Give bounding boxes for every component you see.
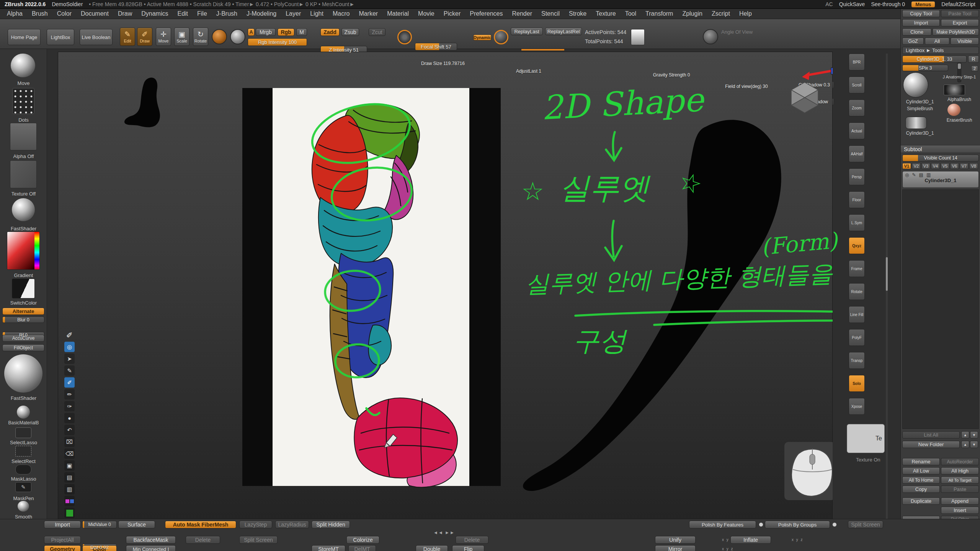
channel-a-button[interactable]: A [248,28,255,36]
zcut-button[interactable]: Zcut [369,28,385,36]
lsym-button[interactable]: L.Sym [849,214,865,231]
spix-slider[interactable]: SPix 3 [902,65,948,71]
menu-render[interactable]: Render [507,10,536,17]
menu-file[interactable]: File [193,10,212,17]
dot-icon[interactable]: ● [64,413,75,423]
insert-button[interactable]: Insert [941,507,979,514]
menus-button[interactable]: Menus [911,1,935,8]
unify-button[interactable]: Unify [655,536,696,544]
rotate-mode-button[interactable]: ↻ Rotate [193,28,208,46]
magenta-swatch[interactable] [65,499,69,503]
rgb-button[interactable]: Rgb [278,28,294,36]
subtool-down-button[interactable]: ▼ [970,431,978,439]
dynamic-button[interactable]: Dynamic [473,34,492,41]
projectall-button[interactable]: ProjectAll [44,536,81,544]
transp-button[interactable]: Transp [849,352,865,369]
subtool-eye-icon[interactable]: ◎ [905,172,909,178]
lightbox-button[interactable]: LightBox [47,29,74,45]
menu-jbrush[interactable]: J-Brush [212,10,242,17]
zsub-button[interactable]: Zsub [341,28,359,36]
see-through-slider[interactable]: See-through 0 [871,1,905,7]
trash-icon[interactable]: ⌧ [64,437,75,447]
lazyradius-slider[interactable]: LazyRadius [275,521,309,528]
tab-v5[interactable]: V5 [941,163,949,169]
material-sphere-circle[interactable] [230,29,245,44]
switch-color-swatch[interactable] [12,279,35,298]
m-button[interactable]: M [296,28,307,36]
live-boolean-button[interactable]: Live Boolean [80,29,113,45]
polish-by-features-slider[interactable]: Polish By Features [689,521,756,528]
subtool-item-row[interactable]: ◎ ✎ ▤ ▥ Cylinder3D_1 [902,171,979,188]
menu-zscript[interactable]: Zscript [707,10,735,17]
polyf-button[interactable]: PolyF [849,329,865,346]
r-button[interactable]: R [968,55,979,63]
menu-zplugin[interactable]: Zplugin [678,10,707,17]
smooth-brush-icon[interactable] [18,501,29,512]
subtool-list-area[interactable] [902,189,979,429]
move-mode-button[interactable]: ✛ Move [156,28,171,46]
menu-help[interactable]: Help [735,10,756,17]
bpr-button[interactable]: BPR [849,54,865,70]
subtool-brush-icon[interactable]: ✎ [912,172,916,178]
auto-mask-fibermesh-button[interactable]: Auto Mask FiberMesh [165,521,236,528]
double-button[interactable]: Double [416,545,448,551]
tool-export-button[interactable]: Export [941,19,979,26]
visible-count-slider[interactable]: Visible Count 14 [902,155,979,161]
menu-document[interactable]: Document [76,10,113,17]
inflate-xyz-label[interactable]: x y z [792,538,804,542]
menu-macro[interactable]: Macro [328,10,354,17]
actual-button[interactable]: Actual [849,122,865,139]
select-rect-icon[interactable] [15,446,31,456]
folder-up-button[interactable]: ▲ [961,441,969,448]
dock-divider-handle[interactable]: ◄◄ ►► [433,530,455,535]
subtool-toggle-icon-1[interactable]: ▤ [919,172,923,178]
hue-strip[interactable] [34,232,39,270]
home-page-button[interactable]: Home Page [8,29,41,45]
colorize-button[interactable]: Colorize [346,536,379,544]
menu-texture[interactable]: Texture [591,10,620,17]
menu-alpha[interactable]: Alpha [2,10,27,17]
default-zscript-button[interactable]: DefaultZScript [941,1,975,7]
gravity-icon[interactable] [631,29,645,45]
tab-v4[interactable]: V4 [931,163,940,169]
split-hidden-button[interactable]: Split Hidden [312,521,350,528]
line-fill-button[interactable]: Line Fill [849,306,865,323]
rename-button[interactable]: Rename [902,458,940,465]
stroke-thumbnail[interactable] [11,54,35,77]
subtool-copy-button[interactable]: Copy [902,486,940,493]
clone-button[interactable]: Clone [902,28,931,36]
zadd-button[interactable]: Zadd [320,28,340,36]
clipboard-icon[interactable]: ▥ [64,484,75,494]
all-high-button[interactable]: All High [941,467,979,474]
brush-color-circle[interactable] [212,29,227,44]
midvalue-slider[interactable]: MidValue 0 [82,521,117,528]
green-swatch[interactable] [64,508,75,518]
menu-edit[interactable]: Edit [173,10,193,17]
select-lasso-icon[interactable] [15,427,31,438]
alpha-thumbnail[interactable] [10,123,37,150]
geometry-button[interactable]: Geometry [44,545,81,551]
replay-last-button[interactable]: ReplayLast [511,28,543,35]
lightbox-tools-button[interactable]: Lightbox ► Tools [902,47,979,54]
lazystep-slider[interactable]: LazyStep [239,521,272,528]
color-swatch-duo[interactable] [64,496,75,506]
new-folder-button[interactable]: New Folder [902,441,960,448]
menu-light[interactable]: Light [305,10,328,17]
split-screen-button-2[interactable]: Split Screen [239,536,278,544]
delete-button-2[interactable]: Delete [456,536,488,544]
goz-button[interactable]: GoZ [902,37,924,45]
storemt-button[interactable]: StoreMT [312,545,345,551]
mirror-button[interactable]: Mirror [655,545,696,551]
split-screen-button-1[interactable]: Split Screen [848,521,883,528]
tab-v8[interactable]: V8 [969,163,978,169]
eraserbrush-thumbnail[interactable] [947,104,960,116]
tab-v6[interactable]: V6 [950,163,959,169]
simplebrush-label[interactable]: SimpleBrush [901,106,939,111]
flip-button[interactable]: Flip [452,545,484,551]
mask-lasso-icon[interactable] [15,465,31,474]
material-thumbnail[interactable] [12,198,35,221]
menu-transform[interactable]: Transform [641,10,678,17]
anatomy-step-label[interactable]: J Anatomy Step-1 [939,75,980,80]
polyhedron-widget[interactable] [791,82,818,113]
bottom-import-button[interactable]: Import [44,521,81,528]
